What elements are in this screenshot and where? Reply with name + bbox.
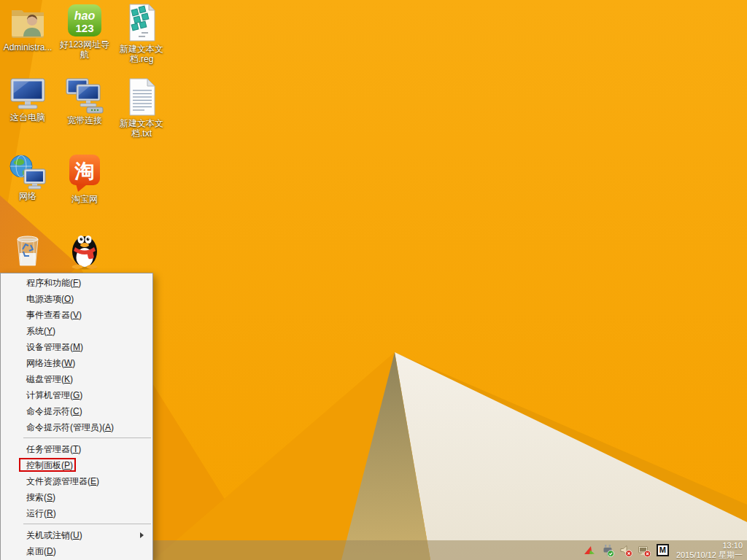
menu-item-disk-management[interactable]: 磁盘管理(K) <box>1 371 152 387</box>
administrator-folder-icon <box>10 3 45 41</box>
system-tray <box>583 544 651 557</box>
icon-label: 这台电脑 <box>10 112 45 122</box>
input-method-indicator[interactable]: M <box>657 544 669 556</box>
icon-label: 宽带连接 <box>67 115 102 125</box>
menu-item-label: 程序和功能(F) <box>26 278 81 288</box>
menu-item-shutdown-or-signout[interactable]: 关机或注销(U) <box>1 527 152 543</box>
desktop-icon-recycle-bin[interactable] <box>0 229 55 268</box>
menu-item-label: 文件资源管理器(E) <box>26 476 99 486</box>
recycle-bin-icon <box>12 229 43 268</box>
menu-item-command-prompt[interactable]: 命令提示符(C) <box>1 403 152 419</box>
desktop: Administra... hao 123 好123网址导航 新建文本文档.re… <box>0 0 747 560</box>
taobao-icon: 淘 <box>67 153 102 192</box>
computer-icon <box>9 77 47 111</box>
desktop-icon-new-text-reg[interactable]: 新建文本文档.reg <box>114 3 169 64</box>
menu-item-label: 网络连接(W) <box>26 358 75 368</box>
icon-label: Administra... <box>4 42 53 52</box>
menu-item-label: 桌面(D) <box>26 546 56 556</box>
menu-item-label: 命令提示符(管理员)(A) <box>26 422 114 432</box>
desktop-icon-new-text-txt[interactable]: 新建文本文档.txt <box>114 77 169 139</box>
menu-item-computer-management[interactable]: 计算机管理(G) <box>1 387 152 403</box>
menu-item-desktop-item[interactable]: 桌面(D) <box>1 543 152 559</box>
network-disconnected-icon[interactable] <box>638 544 651 557</box>
menu-item-label: 搜索(S) <box>26 492 55 502</box>
menu-item-file-explorer[interactable]: 文件资源管理器(E) <box>1 473 152 489</box>
menu-item-label: 命令提示符(C) <box>26 406 82 416</box>
menu-item-label: 任务管理器(T) <box>26 444 81 454</box>
text-file-icon <box>125 77 158 117</box>
desktop-icon-this-pc[interactable]: 这台电脑 <box>0 77 55 122</box>
menu-item-label: 电源选项(O) <box>26 294 74 304</box>
menu-item-label: 运行(R) <box>26 508 56 518</box>
volume-muted-icon[interactable] <box>619 544 632 557</box>
desktop-icon-hao123[interactable]: hao 123 好123网址导航 <box>57 3 112 60</box>
context-menu-items: 程序和功能(F)电源选项(O)事件查看器(V)系统(Y)设备管理器(M)网络连接… <box>1 275 152 559</box>
menu-item-command-prompt-admin[interactable]: 命令提示符(管理员)(A) <box>1 419 152 435</box>
menu-item-search[interactable]: 搜索(S) <box>1 489 152 505</box>
qq-penguin-icon <box>66 228 103 270</box>
menu-item-run[interactable]: 运行(R) <box>1 505 152 521</box>
desktop-icon-taobao[interactable]: 淘 淘宝网 <box>57 153 112 204</box>
desktop-icon-network[interactable]: 网络 <box>0 153 55 201</box>
clock-time: 13:10 <box>676 541 743 551</box>
desktop-icon-broadband[interactable]: 宽带连接 <box>57 77 112 125</box>
network-icon <box>8 153 47 190</box>
icon-label: 网络 <box>19 191 36 201</box>
registry-file-icon <box>124 3 159 42</box>
menu-separator <box>23 524 151 524</box>
menu-separator <box>23 438 151 438</box>
desktop-icon-qq[interactable] <box>57 228 112 270</box>
submenu-arrow-icon <box>140 532 144 538</box>
menu-item-label: 关机或注销(U) <box>26 530 82 540</box>
icon-label: 好123网址导航 <box>59 39 110 60</box>
menu-item-power-options[interactable]: 电源选项(O) <box>1 291 152 307</box>
icon-label: 新建文本文档.reg <box>116 44 167 64</box>
menu-item-network-connections[interactable]: 网络连接(W) <box>1 355 152 371</box>
menu-item-system[interactable]: 系统(Y) <box>1 323 152 339</box>
svg-text:123: 123 <box>75 22 93 34</box>
context-menu: 程序和功能(F)电源选项(O)事件查看器(V)系统(Y)设备管理器(M)网络连接… <box>0 273 153 560</box>
broadband-connection-icon <box>65 77 104 114</box>
menu-item-event-viewer[interactable]: 事件查看器(V) <box>1 307 152 323</box>
svg-text:淘: 淘 <box>74 160 95 182</box>
icon-label: 淘宝网 <box>71 194 98 204</box>
menu-item-device-manager[interactable]: 设备管理器(M) <box>1 339 152 355</box>
menu-item-label: 事件查看器(V) <box>26 310 82 320</box>
menu-item-task-manager[interactable]: 任务管理器(T) <box>1 441 152 457</box>
menu-item-label: 系统(Y) <box>26 326 55 336</box>
menu-item-label: 设备管理器(M) <box>26 342 83 352</box>
svg-text:hao: hao <box>74 9 96 22</box>
menu-item-label: 计算机管理(G) <box>26 390 82 400</box>
taskbar-clock[interactable]: 13:10 2015/10/12 星期一 <box>676 541 743 560</box>
hao123-icon: hao 123 <box>66 3 103 38</box>
clock-date: 2015/10/12 星期一 <box>676 551 743 560</box>
menu-item-label: 控制面板(P) <box>26 460 73 470</box>
menu-item-label: 磁盘管理(K) <box>26 374 73 384</box>
desktop-icon-administrator[interactable]: Administra... <box>0 3 55 52</box>
menu-item-control-panel[interactable]: 控制面板(P) <box>1 457 152 473</box>
menu-item-programs-and-features[interactable]: 程序和功能(F) <box>1 275 152 291</box>
icon-label: 新建文本文档.txt <box>116 118 167 139</box>
usb-safely-remove-icon[interactable] <box>601 544 614 557</box>
app-indicator-icon[interactable] <box>583 544 596 557</box>
